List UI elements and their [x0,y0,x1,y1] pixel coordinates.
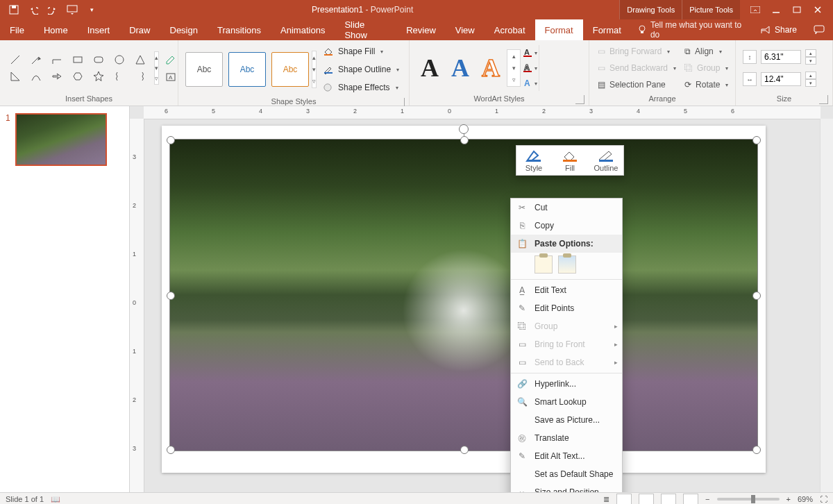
shape-rt-triangle-icon[interactable] [7,69,24,84]
share-button[interactable]: Share [752,19,805,40]
shape-circle-icon[interactable] [111,52,128,67]
ctx-size-position[interactable]: ↔Size and Position... [511,483,622,492]
resize-handle-e[interactable] [752,292,761,300]
undo-icon[interactable] [25,1,42,18]
shape-elbow-icon[interactable] [49,52,65,67]
tab-view[interactable]: View [446,19,485,40]
shape-curve-icon[interactable] [28,69,44,84]
ctx-edit-alt[interactable]: ✎Edit Alt Text... [511,447,622,465]
tab-animations[interactable]: Animations [271,19,335,40]
tab-transitions[interactable]: Transitions [208,19,271,40]
shape-hex-icon[interactable] [69,69,86,84]
resize-handle-w[interactable] [167,292,175,300]
wordart-more[interactable]: ▴▾▿ [507,49,521,87]
resize-handle-sw[interactable] [167,446,175,454]
wordart-preset-2[interactable]: A [451,53,469,83]
shape-effects-button[interactable]: Shape Effects▾ [319,79,403,96]
shape-brace-icon[interactable] [111,69,128,84]
shapes-gallery[interactable] [4,49,151,87]
height-up[interactable]: ▴ [805,49,816,57]
text-box-icon[interactable]: A [163,69,178,85]
tab-draw[interactable]: Draw [119,19,160,40]
ctx-edit-points[interactable]: ✎Edit Points [511,299,622,317]
slide-thumbnail-1[interactable] [15,113,107,166]
save-icon[interactable] [6,1,22,18]
tab-format-drawing[interactable]: Format [535,19,583,40]
tab-format-picture[interactable]: Format [583,19,631,40]
paste-keep-formatting[interactable] [535,255,553,274]
close-icon[interactable] [811,3,825,17]
zoom-slider[interactable] [717,498,780,501]
shape-arrowline-icon[interactable] [28,52,44,67]
selected-picture[interactable] [170,140,757,451]
resize-handle-nw[interactable] [167,136,175,144]
ctx-translate[interactable]: ㊗Translate [511,429,622,447]
resize-handle-s[interactable] [460,446,469,454]
spellcheck-icon[interactable]: 📖 [51,495,60,504]
tab-acrobat[interactable]: Acrobat [485,19,535,40]
shape-roundrect-icon[interactable] [90,52,107,67]
width-input[interactable] [761,72,801,86]
width-field[interactable]: ↔ ▴▾ [743,72,816,87]
tab-file[interactable]: File [0,19,34,40]
context-tab-picture[interactable]: Picture Tools [682,0,740,19]
tab-design[interactable]: Design [160,19,208,40]
resize-handle-se[interactable] [752,446,761,454]
width-up[interactable]: ▴ [805,72,816,79]
tab-insert[interactable]: Insert [78,19,120,40]
shape-fill-button[interactable]: Shape Fill▾ [319,43,403,60]
context-tab-drawing[interactable]: Drawing Tools [619,0,682,19]
slide-canvas[interactable] [162,126,766,473]
view-reading[interactable] [661,494,676,504]
ctx-save-as-picture[interactable]: Save as Picture... [511,411,622,429]
align-button[interactable]: ⧉Align▾ [680,44,732,59]
shape-line-icon[interactable] [7,52,24,67]
shape-outline-button[interactable]: Shape Outline▾ [319,61,403,78]
ctx-set-default[interactable]: Set as Default Shape [511,465,622,483]
ctx-edit-text[interactable]: A̲Edit Text [511,281,622,299]
text-outline-icon[interactable]: A▾ [522,62,537,74]
ribbon-options-icon[interactable] [748,3,762,17]
view-normal[interactable] [616,494,632,504]
zoom-out[interactable]: − [705,495,709,503]
style-preset-1[interactable]: Abc [185,52,223,87]
ctx-hyperlink[interactable]: 🔗Hyperlink... [511,375,622,393]
resize-handle-ne[interactable] [752,136,761,144]
text-fill-icon[interactable]: A▾ [522,47,537,59]
zoom-in[interactable]: + [786,495,791,503]
rotate-button[interactable]: ⟳Rotate▾ [680,77,732,92]
paste-as-picture[interactable] [558,255,576,274]
shape-rect-icon[interactable] [69,52,86,67]
ctx-smart-lookup[interactable]: 🔍Smart Lookup [511,393,622,411]
style-gallery-more[interactable]: ▴▾▿ [312,51,317,88]
shape-arrow-icon[interactable] [49,69,65,84]
mini-outline[interactable]: Outline [591,149,621,172]
text-effects-icon[interactable]: A▾ [522,77,537,90]
view-sorter[interactable] [639,494,654,504]
wordart-gallery[interactable]: A A A [414,53,507,83]
style-preset-2[interactable]: Abc [228,52,266,87]
tab-home[interactable]: Home [34,19,78,40]
shape-brace2-icon[interactable] [132,69,149,84]
slideshow-icon[interactable] [64,1,81,18]
minimize-icon[interactable] [769,3,783,17]
mini-style[interactable]: Style [519,149,548,172]
resize-handle-n[interactable] [460,136,469,144]
wordart-preset-3[interactable]: A [482,53,500,83]
tab-slideshow[interactable]: Slide Show [335,19,396,40]
vertical-scrollbar[interactable] [820,119,833,492]
view-slideshow[interactable] [683,494,698,504]
width-down[interactable]: ▾ [805,79,816,87]
fit-icon[interactable]: ⛶ [820,495,827,503]
edit-shape-icon[interactable] [163,51,178,67]
ctx-cut[interactable]: ✂Cut [511,199,622,217]
mini-fill[interactable]: Fill [555,149,584,172]
wordart-preset-1[interactable]: A [421,53,439,83]
notes-button[interactable]: ≣ [603,495,609,504]
shape-star-icon[interactable] [90,69,107,84]
ctx-copy[interactable]: ⎘Copy [511,217,622,235]
maximize-icon[interactable] [790,3,804,17]
height-down[interactable]: ▾ [805,57,816,65]
redo-icon[interactable] [44,1,61,18]
wordart-launcher[interactable] [575,95,584,104]
